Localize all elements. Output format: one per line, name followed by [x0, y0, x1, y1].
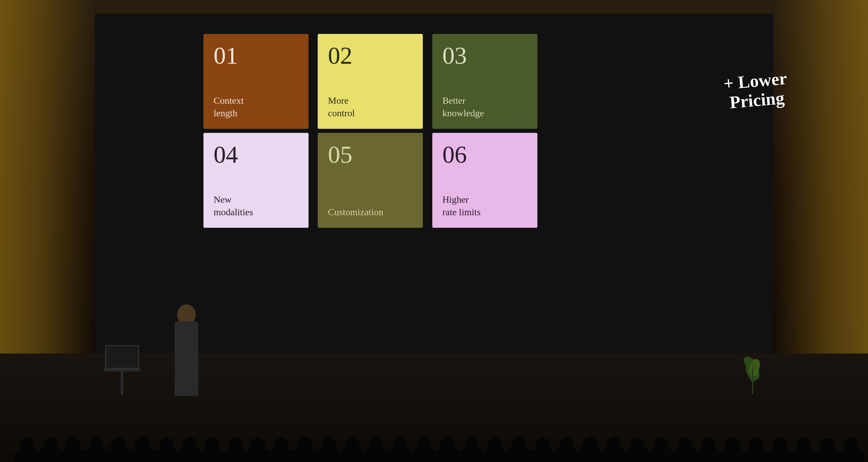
speaker-body [175, 321, 198, 396]
card-05-label: Customization [328, 206, 413, 218]
svg-point-51 [607, 437, 621, 455]
svg-point-55 [654, 437, 668, 456]
card-06: 06 Higherrate limits [432, 133, 537, 228]
svg-point-33 [393, 437, 408, 456]
card-06-label: Higherrate limits [442, 194, 527, 218]
card-02: 02 Morecontrol [318, 34, 423, 129]
svg-point-23 [274, 438, 289, 456]
card-02-number: 02 [328, 43, 413, 68]
card-03-number: 03 [442, 43, 527, 68]
svg-point-69 [820, 438, 835, 457]
svg-point-21 [250, 438, 265, 457]
card-03: 03 Betterknowledge [432, 34, 537, 129]
laptop-stand [105, 345, 139, 396]
svg-point-45 [535, 438, 550, 457]
card-04-label: Newmodalities [214, 194, 298, 218]
svg-point-17 [204, 438, 219, 457]
svg-point-13 [159, 438, 173, 456]
svg-point-37 [440, 437, 455, 457]
svg-point-11 [135, 437, 150, 455]
lower-pricing-callout: + LowerPricing [719, 71, 793, 110]
svg-point-9 [111, 437, 126, 457]
svg-point-53 [630, 438, 645, 457]
card-06-number: 06 [442, 142, 527, 167]
svg-point-41 [488, 437, 502, 456]
speaker-silhouette [166, 287, 207, 396]
svg-point-15 [183, 437, 197, 455]
svg-point-61 [725, 437, 740, 457]
svg-point-5 [65, 437, 80, 456]
laptop-base [103, 369, 141, 371]
card-01: 01 Contextlength [203, 34, 309, 129]
svg-point-57 [677, 437, 692, 456]
svg-point-59 [702, 437, 716, 455]
svg-point-19 [229, 437, 243, 456]
svg-point-43 [512, 437, 526, 455]
svg-point-7 [90, 437, 104, 456]
svg-point-27 [322, 437, 336, 456]
audience [0, 394, 868, 462]
card-02-label: Morecontrol [328, 95, 413, 119]
laptop-post [121, 371, 123, 395]
card-03-label: Betterknowledge [442, 95, 527, 119]
svg-point-65 [772, 437, 787, 456]
svg-point-47 [559, 437, 573, 456]
card-05: 05 Customization [318, 133, 423, 228]
laptop-screen [105, 345, 139, 369]
svg-point-29 [345, 438, 360, 457]
svg-point-25 [297, 437, 313, 457]
plant-stem [752, 367, 753, 394]
card-01-number: 01 [214, 43, 298, 68]
card-05-number: 05 [328, 142, 413, 167]
svg-point-39 [464, 437, 478, 456]
svg-point-49 [582, 437, 598, 457]
card-04: 04 Newmodalities [203, 133, 309, 228]
svg-point-35 [417, 437, 431, 455]
lower-pricing-text: + LowerPricing [717, 68, 795, 113]
card-04-number: 04 [214, 142, 298, 167]
svg-point-67 [796, 437, 811, 455]
svg-point-3 [44, 437, 58, 454]
svg-point-31 [369, 437, 383, 456]
svg-point-1 [20, 437, 35, 456]
plant-decoration [743, 354, 763, 394]
features-grid: 01 Contextlength 02 Morecontrol 03 Bette… [203, 34, 542, 228]
svg-point-71 [844, 437, 858, 456]
main-content: 01 Contextlength 02 Morecontrol 03 Bette… [203, 34, 542, 228]
card-01-label: Contextlength [214, 95, 298, 119]
audience-svg [0, 394, 868, 462]
svg-point-63 [749, 437, 763, 456]
